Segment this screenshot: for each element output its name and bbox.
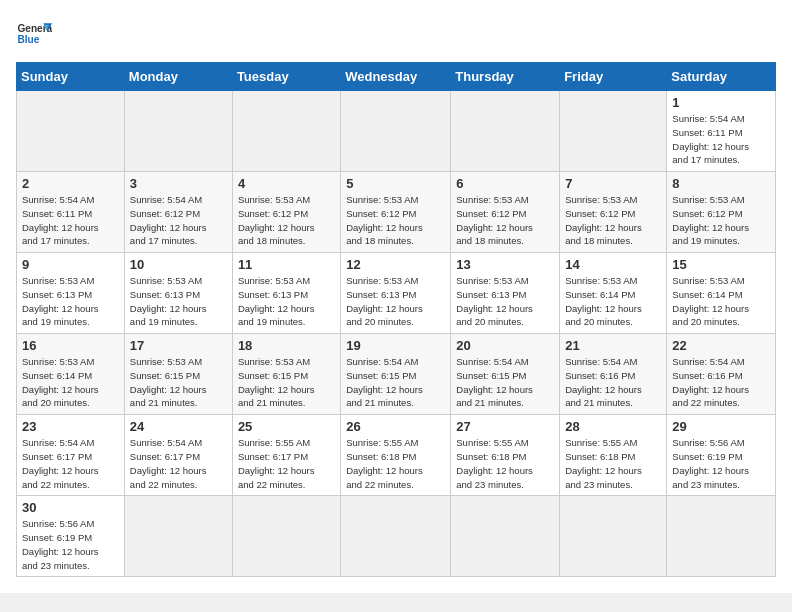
calendar-cell: 11Sunrise: 5:53 AM Sunset: 6:13 PM Dayli… — [232, 253, 340, 334]
calendar-cell: 30Sunrise: 5:56 AM Sunset: 6:19 PM Dayli… — [17, 496, 125, 577]
day-number: 3 — [130, 176, 227, 191]
day-number: 21 — [565, 338, 661, 353]
day-info: Sunrise: 5:54 AM Sunset: 6:15 PM Dayligh… — [456, 355, 554, 410]
day-number: 22 — [672, 338, 770, 353]
day-info: Sunrise: 5:54 AM Sunset: 6:11 PM Dayligh… — [22, 193, 119, 248]
day-info: Sunrise: 5:53 AM Sunset: 6:13 PM Dayligh… — [130, 274, 227, 329]
calendar-cell: 16Sunrise: 5:53 AM Sunset: 6:14 PM Dayli… — [17, 334, 125, 415]
day-info: Sunrise: 5:53 AM Sunset: 6:12 PM Dayligh… — [238, 193, 335, 248]
calendar-cell — [560, 496, 667, 577]
week-row-5: 23Sunrise: 5:54 AM Sunset: 6:17 PM Dayli… — [17, 415, 776, 496]
day-info: Sunrise: 5:54 AM Sunset: 6:17 PM Dayligh… — [22, 436, 119, 491]
week-row-1: 1Sunrise: 5:54 AM Sunset: 6:11 PM Daylig… — [17, 91, 776, 172]
calendar-cell: 4Sunrise: 5:53 AM Sunset: 6:12 PM Daylig… — [232, 172, 340, 253]
day-info: Sunrise: 5:55 AM Sunset: 6:18 PM Dayligh… — [565, 436, 661, 491]
week-row-2: 2Sunrise: 5:54 AM Sunset: 6:11 PM Daylig… — [17, 172, 776, 253]
calendar-cell: 8Sunrise: 5:53 AM Sunset: 6:12 PM Daylig… — [667, 172, 776, 253]
day-number: 16 — [22, 338, 119, 353]
day-number: 2 — [22, 176, 119, 191]
day-number: 10 — [130, 257, 227, 272]
day-info: Sunrise: 5:54 AM Sunset: 6:15 PM Dayligh… — [346, 355, 445, 410]
week-row-6: 30Sunrise: 5:56 AM Sunset: 6:19 PM Dayli… — [17, 496, 776, 577]
day-info: Sunrise: 5:55 AM Sunset: 6:18 PM Dayligh… — [346, 436, 445, 491]
day-number: 28 — [565, 419, 661, 434]
day-info: Sunrise: 5:56 AM Sunset: 6:19 PM Dayligh… — [672, 436, 770, 491]
day-info: Sunrise: 5:53 AM Sunset: 6:14 PM Dayligh… — [565, 274, 661, 329]
calendar-cell — [124, 91, 232, 172]
day-number: 13 — [456, 257, 554, 272]
day-number: 23 — [22, 419, 119, 434]
calendar-cell: 6Sunrise: 5:53 AM Sunset: 6:12 PM Daylig… — [451, 172, 560, 253]
calendar-cell: 10Sunrise: 5:53 AM Sunset: 6:13 PM Dayli… — [124, 253, 232, 334]
calendar-cell: 24Sunrise: 5:54 AM Sunset: 6:17 PM Dayli… — [124, 415, 232, 496]
calendar-cell: 9Sunrise: 5:53 AM Sunset: 6:13 PM Daylig… — [17, 253, 125, 334]
day-info: Sunrise: 5:53 AM Sunset: 6:12 PM Dayligh… — [456, 193, 554, 248]
day-info: Sunrise: 5:53 AM Sunset: 6:13 PM Dayligh… — [238, 274, 335, 329]
weekday-monday: Monday — [124, 63, 232, 91]
day-number: 11 — [238, 257, 335, 272]
day-number: 25 — [238, 419, 335, 434]
week-row-3: 9Sunrise: 5:53 AM Sunset: 6:13 PM Daylig… — [17, 253, 776, 334]
day-number: 9 — [22, 257, 119, 272]
calendar-cell: 26Sunrise: 5:55 AM Sunset: 6:18 PM Dayli… — [341, 415, 451, 496]
day-number: 12 — [346, 257, 445, 272]
day-info: Sunrise: 5:54 AM Sunset: 6:16 PM Dayligh… — [672, 355, 770, 410]
weekday-saturday: Saturday — [667, 63, 776, 91]
calendar-cell — [560, 91, 667, 172]
day-number: 20 — [456, 338, 554, 353]
calendar-cell: 15Sunrise: 5:53 AM Sunset: 6:14 PM Dayli… — [667, 253, 776, 334]
calendar-cell: 27Sunrise: 5:55 AM Sunset: 6:18 PM Dayli… — [451, 415, 560, 496]
weekday-header-row: SundayMondayTuesdayWednesdayThursdayFrid… — [17, 63, 776, 91]
day-number: 30 — [22, 500, 119, 515]
day-info: Sunrise: 5:55 AM Sunset: 6:18 PM Dayligh… — [456, 436, 554, 491]
calendar-cell — [232, 496, 340, 577]
day-info: Sunrise: 5:56 AM Sunset: 6:19 PM Dayligh… — [22, 517, 119, 572]
weekday-friday: Friday — [560, 63, 667, 91]
calendar-cell: 14Sunrise: 5:53 AM Sunset: 6:14 PM Dayli… — [560, 253, 667, 334]
calendar-cell — [17, 91, 125, 172]
day-info: Sunrise: 5:53 AM Sunset: 6:13 PM Dayligh… — [456, 274, 554, 329]
day-number: 5 — [346, 176, 445, 191]
calendar-cell: 13Sunrise: 5:53 AM Sunset: 6:13 PM Dayli… — [451, 253, 560, 334]
calendar-cell: 18Sunrise: 5:53 AM Sunset: 6:15 PM Dayli… — [232, 334, 340, 415]
weekday-thursday: Thursday — [451, 63, 560, 91]
day-number: 18 — [238, 338, 335, 353]
calendar-cell — [451, 91, 560, 172]
day-info: Sunrise: 5:53 AM Sunset: 6:12 PM Dayligh… — [565, 193, 661, 248]
day-number: 17 — [130, 338, 227, 353]
calendar-cell — [667, 496, 776, 577]
logo-icon: General Blue — [16, 16, 52, 52]
day-info: Sunrise: 5:53 AM Sunset: 6:12 PM Dayligh… — [346, 193, 445, 248]
calendar-cell: 28Sunrise: 5:55 AM Sunset: 6:18 PM Dayli… — [560, 415, 667, 496]
calendar-cell: 29Sunrise: 5:56 AM Sunset: 6:19 PM Dayli… — [667, 415, 776, 496]
calendar-cell: 20Sunrise: 5:54 AM Sunset: 6:15 PM Dayli… — [451, 334, 560, 415]
calendar-cell: 2Sunrise: 5:54 AM Sunset: 6:11 PM Daylig… — [17, 172, 125, 253]
calendar: SundayMondayTuesdayWednesdayThursdayFrid… — [16, 62, 776, 577]
day-number: 15 — [672, 257, 770, 272]
header: General Blue — [16, 16, 776, 52]
day-number: 29 — [672, 419, 770, 434]
calendar-cell: 5Sunrise: 5:53 AM Sunset: 6:12 PM Daylig… — [341, 172, 451, 253]
calendar-cell: 21Sunrise: 5:54 AM Sunset: 6:16 PM Dayli… — [560, 334, 667, 415]
day-number: 4 — [238, 176, 335, 191]
calendar-cell — [451, 496, 560, 577]
week-row-4: 16Sunrise: 5:53 AM Sunset: 6:14 PM Dayli… — [17, 334, 776, 415]
day-info: Sunrise: 5:53 AM Sunset: 6:12 PM Dayligh… — [672, 193, 770, 248]
day-info: Sunrise: 5:53 AM Sunset: 6:15 PM Dayligh… — [130, 355, 227, 410]
day-info: Sunrise: 5:53 AM Sunset: 6:14 PM Dayligh… — [672, 274, 770, 329]
calendar-cell: 22Sunrise: 5:54 AM Sunset: 6:16 PM Dayli… — [667, 334, 776, 415]
day-number: 1 — [672, 95, 770, 110]
page: General Blue SundayMondayTuesdayWednesda… — [0, 0, 792, 593]
calendar-cell: 3Sunrise: 5:54 AM Sunset: 6:12 PM Daylig… — [124, 172, 232, 253]
day-number: 14 — [565, 257, 661, 272]
calendar-cell: 1Sunrise: 5:54 AM Sunset: 6:11 PM Daylig… — [667, 91, 776, 172]
weekday-tuesday: Tuesday — [232, 63, 340, 91]
calendar-cell — [341, 91, 451, 172]
calendar-cell: 19Sunrise: 5:54 AM Sunset: 6:15 PM Dayli… — [341, 334, 451, 415]
day-info: Sunrise: 5:54 AM Sunset: 6:12 PM Dayligh… — [130, 193, 227, 248]
calendar-cell: 12Sunrise: 5:53 AM Sunset: 6:13 PM Dayli… — [341, 253, 451, 334]
calendar-cell: 23Sunrise: 5:54 AM Sunset: 6:17 PM Dayli… — [17, 415, 125, 496]
day-info: Sunrise: 5:54 AM Sunset: 6:16 PM Dayligh… — [565, 355, 661, 410]
day-number: 6 — [456, 176, 554, 191]
calendar-cell: 7Sunrise: 5:53 AM Sunset: 6:12 PM Daylig… — [560, 172, 667, 253]
